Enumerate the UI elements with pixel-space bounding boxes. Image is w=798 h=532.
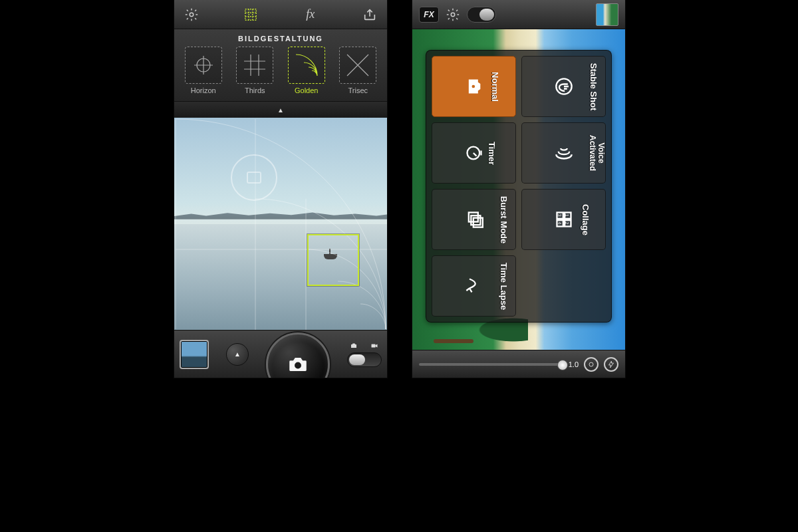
hand-icon (554, 76, 574, 96)
svg-point-20 (589, 362, 593, 366)
photo-mode-icon (349, 342, 358, 350)
horizon-icon (190, 52, 217, 78)
svg-point-7 (467, 147, 479, 160)
viewfinder[interactable] (174, 118, 387, 331)
video-mode-icon (369, 342, 380, 350)
svg-text:4: 4 (557, 222, 561, 225)
capture-modes-panel: Normal Timer Burst Mode Time Lapse Stabl… (426, 50, 612, 323)
composition-option-trisec[interactable]: Trisec (334, 47, 382, 94)
fx-label: fx (306, 7, 315, 21)
composition-options: Horizon Thirds Golden Trisec (180, 47, 382, 94)
focus-mode-button[interactable] (584, 357, 598, 372)
mode-voice-activated[interactable]: VoiceActivated (521, 122, 606, 184)
timer-icon (464, 143, 484, 163)
zoom-value: 1.0 (569, 360, 579, 368)
composition-option-label: Horizon (191, 86, 216, 94)
mode-label: Burst Mode (499, 196, 509, 243)
mode-label: Collage (581, 204, 591, 235)
gallery-thumbnail[interactable] (180, 340, 209, 369)
mode-label: VoiceActivated (588, 126, 605, 180)
gear-icon (184, 7, 199, 22)
svg-point-11 (556, 78, 571, 94)
mode-label: Normal (490, 72, 500, 102)
svg-point-5 (451, 13, 455, 17)
composition-option-label: Thirds (245, 86, 265, 94)
mode-timelapse[interactable]: Time Lapse (432, 255, 516, 317)
exposure-reticle[interactable] (231, 154, 277, 201)
flash-button[interactable] (604, 357, 618, 372)
composition-option-golden[interactable]: Golden (283, 47, 331, 94)
mode-burst[interactable]: Burst Mode (432, 189, 516, 250)
bottom-bar: ▲ (174, 330, 387, 378)
camera-icon (464, 76, 484, 96)
collage-icon: 1234 (554, 209, 574, 229)
camera-app-left: fx BILDGESTALTUNG Horizon Thirds Golden … (174, 0, 387, 378)
composition-option-horizon[interactable]: Horizon (180, 47, 227, 94)
shutter-button[interactable] (266, 332, 330, 378)
focus-reticle[interactable] (307, 234, 359, 286)
share-icon (362, 7, 377, 22)
zoom-slider[interactable] (419, 363, 563, 366)
svg-point-3 (295, 362, 301, 368)
photo-video-toggle[interactable] (347, 342, 382, 367)
front-rear-camera-toggle[interactable] (467, 7, 496, 23)
thirds-icon (241, 52, 268, 78)
timelapse-icon (464, 276, 484, 296)
composition-option-label: Trisec (348, 86, 368, 94)
toolbar: fx (174, 0, 387, 29)
mode-label: Time Lapse (499, 262, 509, 309)
svg-text:1: 1 (565, 214, 569, 217)
grid-overlay-button[interactable] (240, 4, 261, 25)
drawer-up-button[interactable]: ▲ (226, 343, 249, 366)
mode-normal[interactable]: Normal (432, 56, 516, 117)
golden-spiral-icon (293, 52, 320, 78)
svg-point-0 (190, 13, 194, 17)
mode-stable-shot[interactable]: Stable Shot (521, 56, 606, 117)
mode-label: Stable Shot (589, 63, 598, 110)
burst-icon (464, 209, 484, 229)
svg-rect-1 (245, 9, 257, 20)
fx-button[interactable]: FX (419, 7, 439, 23)
camera-icon (287, 353, 309, 376)
svg-text:2: 2 (565, 222, 569, 225)
collapse-panel-button[interactable]: ▲ (277, 106, 284, 114)
svg-text:3: 3 (557, 214, 561, 217)
toolbar: FX (412, 0, 625, 29)
bottom-strip: 1.0 (412, 350, 625, 378)
composition-option-label: Golden (295, 86, 318, 94)
grid-icon (243, 7, 258, 22)
mode-label: Timer (487, 141, 497, 164)
gear-icon[interactable] (446, 7, 460, 22)
gallery-thumbnail[interactable] (596, 3, 618, 26)
svg-point-6 (471, 84, 475, 89)
effects-button[interactable]: fx (300, 4, 321, 25)
composition-option-thirds[interactable]: Thirds (231, 47, 279, 94)
sound-wave-icon (554, 143, 574, 163)
camera-app-right: FX Normal Timer Burst Mode Time Lapse (412, 0, 625, 378)
share-button[interactable] (359, 4, 380, 25)
settings-button[interactable] (181, 4, 202, 25)
composition-panel-title: BILDGESTALTUNG (180, 35, 382, 43)
composition-panel: BILDGESTALTUNG Horizon Thirds Golden Tri… (174, 29, 387, 102)
mode-collage[interactable]: 1234 Collage (521, 189, 606, 250)
svg-rect-4 (372, 344, 376, 347)
trisec-icon (344, 52, 371, 78)
mode-timer[interactable]: Timer (432, 122, 516, 184)
